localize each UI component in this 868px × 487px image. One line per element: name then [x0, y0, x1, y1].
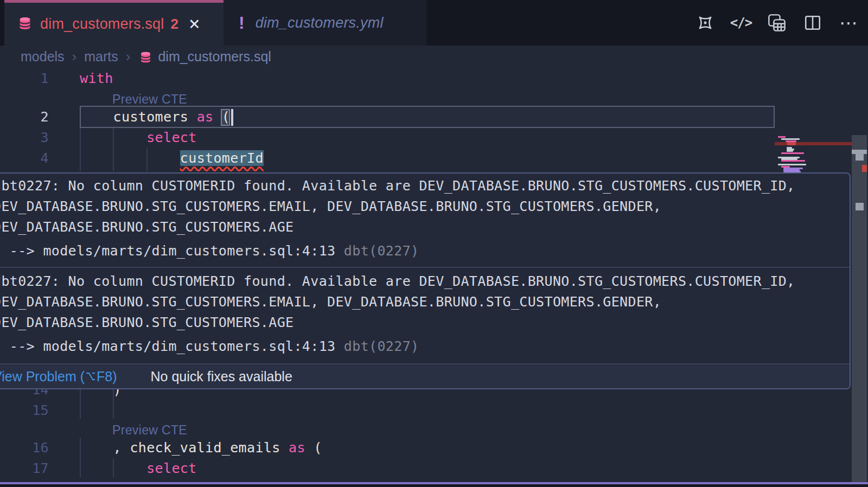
error-message-line: DEV_DATABASE.BRUNO.STG_CUSTOMERS.AGE: [0, 217, 293, 238]
breadcrumb: models › marts › dim_customers.sql: [0, 46, 868, 67]
code-line[interactable]: 16 , check_valid_emails as (: [0, 438, 775, 458]
code-text: select: [80, 458, 197, 479]
code-text: with: [80, 68, 113, 89]
ruler-error-mark: [862, 165, 867, 172]
text-cursor: [231, 109, 233, 126]
minimap-code-bar: [787, 150, 793, 152]
error-source-code: dbt(0227): [335, 338, 419, 354]
line-number: 15: [0, 400, 49, 421]
tab-title: dim_customers.sql: [40, 16, 164, 33]
error-location-line: --> models/marts/dim_customers.sql:4:13 …: [0, 336, 419, 357]
line-number: 4: [0, 148, 49, 169]
minimap-code-bar: [781, 160, 805, 162]
more-actions-icon[interactable]: ⋯: [839, 13, 858, 33]
minimap-error-line: [775, 142, 852, 145]
line-number: 16: [0, 438, 49, 458]
dbt-power-user-icon[interactable]: [692, 9, 719, 37]
error-word-customerid: customerId: [180, 150, 264, 166]
code-line[interactable]: 17 select: [0, 458, 775, 479]
code-text: customers as (: [80, 107, 230, 127]
code-text: select: [80, 127, 197, 148]
popup-footer: View Problem (F8) No quick fixes availab…: [0, 363, 851, 388]
code-line[interactable]: 3 select: [0, 127, 775, 148]
no-quick-fixes-label: No quick fixes available: [151, 369, 292, 385]
bottom-edge: [0, 484, 868, 487]
line-number: 17: [0, 458, 49, 479]
chevron-right-icon: ›: [72, 48, 77, 65]
breadcrumb-models[interactable]: models: [21, 49, 65, 65]
editor-window: dim_customers.sql 2 ✕ ! dim_customers.ym…: [0, 0, 868, 487]
ruler-mark: [856, 154, 864, 161]
minimap-code-bar: [778, 164, 806, 165]
code-text: , check_valid_emails as (: [80, 438, 322, 458]
code-line[interactable]: 4 customerId: [0, 148, 775, 169]
copy-table-icon[interactable]: [767, 13, 787, 33]
line-number: 1: [0, 68, 49, 89]
scrollbar-overview-ruler[interactable]: [852, 135, 867, 487]
minimap-code-bar: [786, 140, 796, 142]
database-icon: [17, 16, 33, 33]
tab-dim-customers-sql[interactable]: dim_customers.sql 2 ✕: [4, 0, 224, 46]
code-line[interactable]: 2 customers as (: [0, 107, 775, 127]
tab-dim-customers-yml[interactable]: ! dim_customers.yml: [224, 0, 426, 46]
error-message-line: dbt0227: No column CUSTOMERID found. Ava…: [0, 271, 795, 292]
error-location-line: --> models/marts/dim_customers.sql:4:13 …: [0, 241, 419, 261]
code-text: customerId: [80, 148, 264, 169]
chevron-right-icon: ›: [126, 48, 131, 65]
split-editor-icon[interactable]: [803, 13, 822, 33]
error-source-code: dbt(0227): [335, 243, 419, 259]
error-message-line: dbt0227: No column CUSTOMERID found. Ava…: [0, 176, 795, 196]
error-message-line: DEV_DATABASE.BRUNO.STG_CUSTOMERS.EMAIL, …: [0, 292, 661, 312]
code-line[interactable]: 15: [0, 400, 775, 421]
option-key-icon: [85, 369, 96, 385]
close-tab-icon[interactable]: ✕: [188, 16, 201, 33]
minimap-code-bar: [778, 136, 786, 138]
minimap-code-bar: [781, 152, 804, 154]
breadcrumb-marts[interactable]: marts: [84, 49, 118, 65]
popup-divider: [0, 267, 851, 268]
database-icon: [139, 49, 152, 65]
inline-code-icon[interactable]: </>: [731, 13, 751, 33]
codelens-preview-cte[interactable]: Preview CTE: [112, 421, 187, 439]
editor-actions: </> ⋯: [695, 0, 858, 46]
breadcrumb-file[interactable]: dim_customers.sql: [158, 49, 271, 65]
error-message-line: DEV_DATABASE.BRUNO.STG_CUSTOMERS.EMAIL, …: [0, 196, 661, 217]
error-exclamation-icon: !: [239, 13, 245, 33]
error-message-line: DEV_DATABASE.BRUNO.STG_CUSTOMERS.AGE: [0, 312, 293, 333]
view-problem-link[interactable]: View Problem (F8): [0, 368, 117, 385]
ruler-mark: [856, 203, 864, 210]
ruler-mark: [852, 150, 867, 154]
minimap-code-bar: [781, 138, 800, 140]
tab-title: dim_customers.yml: [256, 15, 384, 31]
code-line[interactable]: 1with: [0, 68, 775, 89]
line-number: 2: [0, 107, 49, 127]
problem-hover-popup: dbt0227: No column CUSTOMERID found. Ava…: [0, 172, 851, 389]
tab-badge: 2: [170, 16, 178, 33]
tab-bar: dim_customers.sql 2 ✕ ! dim_customers.ym…: [0, 0, 868, 46]
line-number: 3: [0, 127, 49, 148]
